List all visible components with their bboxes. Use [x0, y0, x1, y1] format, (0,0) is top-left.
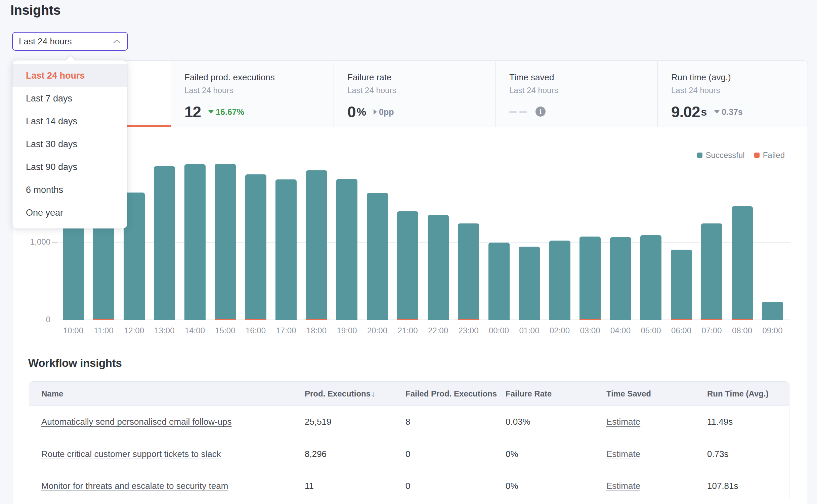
- bar-22:00: [428, 215, 449, 320]
- bar-05:00: [640, 235, 661, 320]
- y-tick-mark: [52, 242, 58, 243]
- column-header-name[interactable]: Name: [29, 389, 305, 398]
- failed-prod-executions-value: 8: [405, 417, 410, 427]
- run-time-value: 11.49s: [707, 417, 733, 427]
- bar-14:00: [184, 164, 206, 320]
- bar-04:00: [610, 237, 631, 320]
- card-time-saved[interactable]: Time saved Last 24 hours i: [496, 61, 657, 127]
- column-header-run-time-avg-[interactable]: Run Time (Avg.): [707, 389, 789, 398]
- legend-label: Successful: [706, 151, 745, 160]
- summary-cards: Failed prod. executions Last 24 hours 12…: [12, 61, 808, 127]
- bar-segment-successful: [732, 206, 753, 319]
- page-title: Insights: [10, 3, 60, 18]
- legend-swatch-failed: [754, 153, 760, 158]
- menu-item-last-14-days[interactable]: Last 14 days: [12, 110, 127, 133]
- column-header-failure-rate[interactable]: Failure Rate: [506, 389, 606, 398]
- legend-item-failed[interactable]: Failed: [754, 151, 785, 160]
- trend-flat-icon: [374, 109, 377, 115]
- card-value: 9.02: [671, 103, 700, 121]
- card-failure-rate[interactable]: Failure rate Last 24 hours 0 % 0pp: [334, 61, 496, 127]
- menu-item-6-months[interactable]: 6 months: [12, 178, 127, 201]
- legend-label: Failed: [763, 151, 785, 160]
- card-subtitle: Last 24 hours: [184, 86, 327, 95]
- bar-08:00: [732, 206, 753, 320]
- workflow-name-link[interactable]: Monitor for threats and escalate to secu…: [41, 481, 228, 491]
- x-tick-label: 01:00: [514, 326, 545, 335]
- bar-20:00: [367, 193, 388, 320]
- trend-down-icon: [714, 110, 720, 114]
- x-tick-label: 11:00: [89, 326, 119, 335]
- bar-02:00: [549, 241, 570, 320]
- card-subtitle: Last 24 hours: [347, 86, 489, 95]
- card-delta: 16.67%: [216, 107, 244, 117]
- bar-18:00: [306, 170, 327, 320]
- workflow-name-link[interactable]: Route critical customer support tickets …: [41, 449, 221, 459]
- card-unit: s: [701, 106, 707, 118]
- time-saved-estimate-link[interactable]: Estimate: [606, 449, 640, 459]
- x-tick-label: 23:00: [454, 326, 484, 335]
- workflow-name-link[interactable]: Automatically send personalised email fo…: [41, 417, 232, 427]
- failed-prod-executions-value: 0: [405, 449, 410, 459]
- y-tick-mark: [52, 320, 58, 320]
- bar-16:00: [245, 174, 266, 320]
- menu-item-last-30-days[interactable]: Last 30 days: [12, 133, 127, 156]
- bar-segment-successful: [215, 164, 236, 319]
- failed-prod-executions-value: 0: [405, 481, 410, 491]
- bar-segment-successful: [701, 223, 722, 319]
- time-saved-estimate-link[interactable]: Estimate: [606, 417, 640, 427]
- card-failed-prod-executions[interactable]: Failed prod. executions Last 24 hours 12…: [171, 61, 334, 127]
- prod-executions-value: 11: [305, 481, 314, 491]
- empty-value-dashes: [509, 109, 527, 115]
- prod-executions-value: 8,296: [305, 449, 327, 459]
- x-tick-label: 14:00: [180, 326, 210, 335]
- y-tick-label: 1,000: [10, 237, 50, 247]
- info-icon[interactable]: i: [535, 107, 546, 117]
- card-title: Failure rate: [347, 72, 489, 83]
- card-delta: 0.37s: [722, 107, 743, 117]
- column-header-prod-executions[interactable]: Prod. Executions↓: [305, 389, 405, 398]
- column-header-failed-prod-executions[interactable]: Failed Prod. Executions: [405, 389, 506, 398]
- bar-segment-failed: [93, 319, 114, 320]
- x-tick-label: 15:00: [210, 326, 241, 335]
- table-row: Route critical customer support tickets …: [29, 438, 789, 470]
- menu-item-one-year[interactable]: One year: [12, 201, 127, 224]
- card-run-time[interactable]: Run time (avg.) Last 24 hours 9.02 s 0.3…: [657, 61, 808, 127]
- time-range-dropdown-menu: Last 24 hoursLast 7 daysLast 14 daysLast…: [12, 60, 127, 228]
- table-header-row: NameProd. Executions↓Failed Prod. Execut…: [29, 382, 789, 406]
- bar-segment-successful: [579, 237, 601, 319]
- bar-segment-successful: [458, 223, 479, 319]
- bar-segment-successful: [488, 243, 510, 320]
- legend-item-successful[interactable]: Successful: [697, 151, 745, 160]
- menu-item-last-90-days[interactable]: Last 90 days: [12, 156, 127, 178]
- x-tick-label: 10:00: [58, 326, 88, 335]
- legend-swatch-successful: [697, 153, 702, 158]
- time-saved-estimate-link[interactable]: Estimate: [606, 481, 640, 491]
- time-range-selected-value: Last 24 hours: [19, 36, 72, 47]
- bar-segment-successful: [519, 247, 540, 320]
- x-tick-label: 07:00: [697, 326, 727, 335]
- menu-item-last-24-hours[interactable]: Last 24 hours: [12, 64, 127, 87]
- menu-item-last-7-days[interactable]: Last 7 days: [12, 87, 127, 110]
- column-header-time-saved[interactable]: Time Saved: [606, 389, 707, 398]
- bar-segment-successful: [762, 302, 783, 320]
- bar-segment-failed: [458, 319, 479, 320]
- bar-segment-successful: [245, 174, 266, 319]
- bar-15:00: [215, 164, 236, 320]
- run-time-value: 107.81s: [707, 481, 738, 491]
- bar-23:00: [458, 223, 479, 320]
- x-tick-label: 18:00: [301, 326, 332, 335]
- bar-segment-successful: [610, 237, 631, 320]
- card-subtitle: Last 24 hours: [509, 86, 651, 95]
- time-range-select[interactable]: Last 24 hours: [12, 32, 128, 51]
- x-tick-label: 03:00: [575, 326, 605, 335]
- card-subtitle: Last 24 hours: [671, 86, 801, 95]
- x-tick-label: 02:00: [545, 326, 575, 335]
- workflow-insights-table: NameProd. Executions↓Failed Prod. Execut…: [29, 381, 789, 502]
- x-tick-label: 00:00: [484, 326, 514, 335]
- y-tick-label: 0: [10, 315, 50, 324]
- bar-segment-successful: [428, 215, 449, 320]
- x-tick-label: 08:00: [727, 326, 757, 335]
- bar-01:00: [519, 247, 540, 320]
- x-tick-label: 21:00: [393, 326, 423, 335]
- bar-segment-successful: [549, 241, 570, 320]
